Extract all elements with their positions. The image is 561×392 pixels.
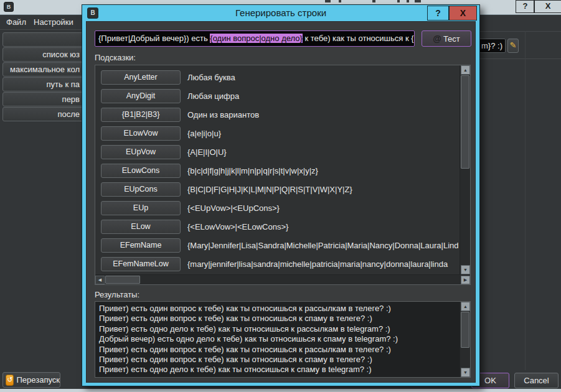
hint-row: ELowVow{a|e|i|o|u} xyxy=(95,126,460,141)
results-list[interactable]: Привет) есть один вопрос к тебе) как ты … xyxy=(95,302,460,377)
hint-token-button[interactable]: AnyLetter xyxy=(101,70,181,85)
results-label: Результаты: xyxy=(95,290,139,299)
hint-description: {B|C|D|F|G|H|J|K|L|M|N|P|Q|R|S|T|V|W|X|Y… xyxy=(187,182,352,197)
at-icon: @ xyxy=(433,34,441,44)
hint-token-button[interactable]: EUpCons xyxy=(101,182,181,197)
hint-row: {B1|B2|B3}Один из вариантов xyxy=(95,108,460,122)
result-line: Привет) есть одно дело к тебе) как ты от… xyxy=(99,365,460,375)
restart-button[interactable]: ↺ Перезапуск xyxy=(2,372,60,388)
scroll-down-icon[interactable]: ▼ xyxy=(461,368,470,377)
hints-panel: AnyLetterЛюбая буква AnyDigitЛюбая цифра… xyxy=(95,65,471,285)
menu-settings[interactable]: Настройки xyxy=(34,17,73,27)
dialog-icon: B xyxy=(87,7,98,19)
hint-description: {b|c|d|f|g|h|j|k|l|m|n|p|q|r|s|t|v|w|x|y… xyxy=(187,164,318,178)
bg-button-first-label: перв xyxy=(3,93,80,106)
right-panel-divider xyxy=(480,31,561,32)
result-line: Привет) есть один вопрос к тебе) как ты … xyxy=(99,345,460,355)
hint-row: EFemNameLow{mary|jennifer|lisa|sandra|mi… xyxy=(95,257,460,271)
result-line: Привет) есть один вопрос к тебе) как ты … xyxy=(99,355,460,365)
screen: B ? X Файл Настройки список юз максималь… xyxy=(0,0,561,392)
window-title-clipped-text xyxy=(339,0,341,2)
hint-row: AnyDigitЛюбая цифра xyxy=(95,89,460,103)
main-window-help-button[interactable]: ? xyxy=(516,0,535,13)
scroll-up-icon[interactable]: ▲ xyxy=(461,302,470,311)
app-icon: B xyxy=(4,2,14,12)
test-button[interactable]: @ Тест xyxy=(422,30,471,47)
restart-icon: ↺ xyxy=(6,375,14,386)
hint-token-button[interactable]: ELow xyxy=(101,220,181,234)
scroll-up-icon[interactable]: ▲ xyxy=(461,65,470,75)
dialog-body: {Привет|Добрый вечер}) есть {один вопрос… xyxy=(86,21,476,383)
template-text-selected: {один вопрос|одно дело} xyxy=(210,34,303,43)
hint-row: ELow{<ELowVow>|<ELowCons>} xyxy=(95,220,460,234)
result-line: Добрый вечер) есть одно дело к тебе) как… xyxy=(99,334,460,344)
dialog-help-button[interactable]: ? xyxy=(427,6,449,21)
hint-description: {Mary|Jennifer|Lisa|Sandra|Michelle|Patr… xyxy=(187,238,459,253)
window-title-clipped-text xyxy=(407,0,409,2)
menu-file[interactable]: Файл xyxy=(6,17,26,27)
window-title-clipped-text xyxy=(325,0,331,2)
bg-button-path-label: путь к па xyxy=(3,78,80,91)
hint-token-button[interactable]: {B1|B2|B3} xyxy=(101,108,181,122)
window-title-clipped-text xyxy=(372,0,375,2)
template-text-after: к тебе) как ты относишься к { xyxy=(303,34,414,43)
window-title-clipped-text xyxy=(397,0,400,2)
hints-horizontal-scrollbar[interactable]: ◀ ▶ xyxy=(95,274,470,284)
scroll-left-icon[interactable]: ◀ xyxy=(95,276,105,284)
hint-row: AnyLetterЛюбая буква xyxy=(95,70,460,85)
hints-list: AnyLetterЛюбая буква AnyDigitЛюбая цифра… xyxy=(95,65,460,274)
pencil-icon: ✎ xyxy=(510,40,517,50)
hint-token-button[interactable]: ELowCons xyxy=(101,164,181,178)
hint-row: EUpVow{A|E|I|O|U} xyxy=(95,145,460,159)
hint-row: ELowCons{b|c|d|f|g|h|j|k|l|m|n|p|q|r|s|t… xyxy=(95,164,460,178)
template-text-before: {Привет|Добрый вечер}) есть xyxy=(98,34,210,43)
menu-separator xyxy=(0,29,82,30)
hint-token-button[interactable]: EFemName xyxy=(101,238,181,253)
hint-description: Любая цифра xyxy=(187,89,239,103)
edit-button[interactable]: ✎ xyxy=(507,39,519,53)
hint-token-button[interactable]: EUpVow xyxy=(101,145,181,159)
dialog-close-button[interactable]: X xyxy=(449,6,477,21)
restart-button-label: Перезапуск xyxy=(16,375,60,385)
result-line: Привет) есть одно дело к тебе) как ты от… xyxy=(99,324,460,334)
bg-button-last-label: после xyxy=(3,108,80,121)
window-title-clipped-text xyxy=(415,0,421,2)
result-line: Привет) есть один вопрос к тебе) как ты … xyxy=(99,314,460,324)
hint-description: Один из вариантов xyxy=(187,108,259,122)
hint-token-button[interactable]: ELowVow xyxy=(101,126,181,141)
hint-description: {a|e|i|o|u} xyxy=(187,126,221,141)
hint-description: {<EUpVow>|<EUpCons>} xyxy=(187,201,280,215)
main-window-close-button[interactable]: X xyxy=(534,0,561,13)
generate-strings-dialog: Генерировать строки B ? X {Привет|Добрый… xyxy=(82,4,480,386)
dialog-title: Генерировать строки xyxy=(82,5,479,21)
window-frame-bottom xyxy=(0,389,561,392)
hint-description: {A|E|I|O|U} xyxy=(187,145,227,159)
hints-hscroll-thumb[interactable] xyxy=(105,276,140,284)
result-line: Привет) есть один вопрос к тебе) как ты … xyxy=(99,304,460,314)
hint-row: EFemName{Mary|Jennifer|Lisa|Sandra|Miche… xyxy=(95,238,460,253)
hints-label: Подсказки: xyxy=(95,53,136,62)
template-input[interactable]: {Привет|Добрый вечер}) есть {один вопрос… xyxy=(95,30,415,47)
hint-description: {<ELowVow>|<ELowCons>} xyxy=(187,220,288,234)
cancel-button[interactable]: Cancel xyxy=(514,373,559,388)
hint-description: {mary|jennifer|lisa|sandra|michelle|patr… xyxy=(187,257,448,271)
results-vertical-scrollbar[interactable]: ▲ ▼ xyxy=(460,302,470,377)
scroll-down-icon[interactable]: ▼ xyxy=(461,265,470,274)
bg-button-max-count-label: максимальное кол xyxy=(3,63,80,76)
test-button-label: Тест xyxy=(443,34,460,44)
bg-button-user-list-label: список юз xyxy=(3,48,80,61)
results-vscroll-thumb[interactable] xyxy=(461,312,469,348)
hint-token-button[interactable]: EFemNameLow xyxy=(101,257,181,271)
hints-vscroll-thumb[interactable] xyxy=(461,75,469,169)
hint-row: EUpCons{B|C|D|F|G|H|J|K|L|M|N|P|Q|R|S|T|… xyxy=(95,182,460,197)
hint-token-button[interactable]: AnyDigit xyxy=(101,89,181,103)
hints-vertical-scrollbar[interactable]: ▲ ▼ xyxy=(460,65,470,274)
scroll-right-icon[interactable]: ▶ xyxy=(461,276,470,284)
right-panel-vertical-divider xyxy=(525,31,526,370)
right-panel-divider xyxy=(480,58,561,59)
results-panel: Привет) есть один вопрос к тебе) как ты … xyxy=(95,301,471,378)
hint-token-button[interactable]: EUp xyxy=(101,201,181,215)
hint-row: EUp{<EUpVow>|<EUpCons>} xyxy=(95,201,460,215)
hint-description: Любая буква xyxy=(187,70,235,85)
